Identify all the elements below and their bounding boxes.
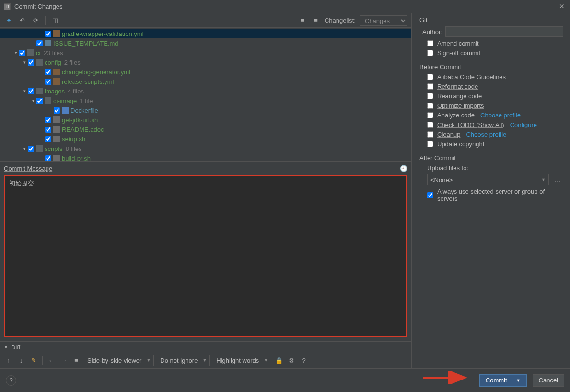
- always-use-checkbox[interactable]: [427, 192, 433, 198]
- before-commit-checkbox[interactable]: [427, 112, 433, 118]
- always-use-label: Always use selected server or group of s…: [437, 188, 563, 202]
- file-checkbox[interactable]: [36, 40, 43, 46]
- upload-more-button[interactable]: …: [552, 174, 563, 185]
- help-icon[interactable]: ?: [299, 356, 309, 365]
- before-commit-label: Optimize imports: [437, 102, 484, 109]
- file-name[interactable]: ISSUE_TEMPLATE.md: [53, 40, 118, 47]
- file-name[interactable]: images: [45, 88, 65, 95]
- lock-icon[interactable]: 🔒: [274, 356, 284, 365]
- file-name[interactable]: changelog-generator.yml: [62, 69, 130, 76]
- highlight-icon[interactable]: ✎: [29, 356, 38, 365]
- file-dock-icon: [62, 107, 69, 114]
- group-icon[interactable]: ◫: [50, 16, 60, 25]
- file-adoc-icon: [53, 126, 60, 133]
- file-checkbox[interactable]: [28, 88, 34, 94]
- file-checkbox[interactable]: [45, 155, 51, 161]
- file-tree[interactable]: gradle-wrapper-validation.ymlISSUE_TEMPL…: [0, 28, 411, 162]
- file-checkbox[interactable]: [45, 31, 51, 37]
- file-name[interactable]: Dockerfile: [70, 107, 98, 114]
- file-name[interactable]: release-scripts.yml: [62, 78, 114, 85]
- file-checkbox[interactable]: [45, 69, 51, 75]
- before-commit-checkbox[interactable]: [427, 103, 433, 109]
- before-commit-checkbox[interactable]: [427, 122, 433, 128]
- expand-icon[interactable]: ≡: [298, 16, 307, 25]
- cancel-button[interactable]: Cancel: [533, 374, 564, 387]
- tree-node[interactable]: ▾images4 files: [0, 86, 411, 96]
- tree-node[interactable]: gradle-wrapper-validation.yml: [0, 29, 411, 38]
- file-name[interactable]: ci: [36, 49, 40, 57]
- amend-checkbox[interactable]: [427, 40, 433, 46]
- tree-node[interactable]: ▾config2 files: [0, 58, 411, 67]
- file-checkbox[interactable]: [45, 136, 51, 142]
- before-commit-checkbox[interactable]: [427, 93, 433, 99]
- refresh-icon[interactable]: ⟳: [31, 16, 40, 25]
- forward-icon[interactable]: →: [59, 356, 69, 365]
- file-name[interactable]: README.adoc: [62, 126, 104, 133]
- check-link[interactable]: Choose profile: [480, 112, 521, 119]
- tree-node[interactable]: changelog-generator.yml: [0, 67, 411, 77]
- undo-icon[interactable]: ↶: [17, 16, 27, 25]
- file-count: 23 files: [43, 49, 63, 57]
- chevron-down-icon[interactable]: ▾: [21, 89, 28, 93]
- close-icon[interactable]: ×: [557, 1, 566, 12]
- help-button[interactable]: ?: [6, 375, 16, 386]
- chevron-down-icon[interactable]: ▾: [21, 60, 28, 65]
- author-input[interactable]: [445, 26, 563, 37]
- diff-icon[interactable]: ✦: [4, 16, 13, 25]
- tree-node[interactable]: README.adoc: [0, 125, 411, 134]
- list-icon[interactable]: ≡: [71, 356, 81, 365]
- before-commit-checkbox[interactable]: [427, 131, 433, 138]
- tree-node[interactable]: ISSUE_TEMPLATE.md: [0, 38, 411, 48]
- commit-button[interactable]: Commit▼: [479, 374, 527, 387]
- back-icon[interactable]: ←: [47, 356, 56, 365]
- before-commit-checkbox[interactable]: [427, 83, 433, 90]
- tree-node[interactable]: setup.sh: [0, 134, 411, 144]
- file-name[interactable]: gradle-wrapper-validation.yml: [62, 30, 144, 37]
- file-checkbox[interactable]: [19, 50, 25, 56]
- file-sh-icon: [53, 155, 60, 161]
- diff-toolbar: ↑ ↓ ✎ ← → ≡ Side-by-side viewer▼ Do not …: [0, 353, 411, 368]
- chevron-down-icon[interactable]: ▾: [21, 146, 28, 151]
- commit-message-input[interactable]: 初始提交: [6, 177, 405, 335]
- signoff-checkbox[interactable]: [427, 50, 433, 56]
- tree-node[interactable]: get-jdk-url.sh: [0, 115, 411, 125]
- file-checkbox[interactable]: [54, 107, 60, 114]
- tree-node[interactable]: ▾scripts8 files: [0, 144, 411, 153]
- collapse-icon[interactable]: ≡: [311, 16, 321, 25]
- file-checkbox[interactable]: [45, 117, 51, 123]
- file-name[interactable]: get-jdk-url.sh: [62, 116, 98, 124]
- before-commit-checkbox[interactable]: [427, 74, 433, 80]
- next-diff-icon[interactable]: ↓: [16, 356, 26, 365]
- tree-node[interactable]: ▾ci-image1 file: [0, 96, 411, 105]
- file-checkbox[interactable]: [28, 59, 34, 66]
- tree-node[interactable]: build-pr.sh: [0, 153, 411, 162]
- file-name[interactable]: config: [45, 59, 61, 66]
- file-checkbox[interactable]: [45, 79, 51, 85]
- tree-node[interactable]: Dockerfile: [0, 105, 411, 115]
- check-link[interactable]: Choose profile: [466, 131, 506, 138]
- tree-node[interactable]: ▾ci23 files: [0, 48, 411, 58]
- check-link[interactable]: Configure: [510, 121, 537, 128]
- prev-diff-icon[interactable]: ↑: [4, 356, 13, 365]
- ignore-select[interactable]: Do not ignore▼: [157, 355, 210, 366]
- file-name[interactable]: scripts: [45, 145, 63, 152]
- settings-icon[interactable]: ⚙: [287, 356, 296, 365]
- file-checkbox[interactable]: [45, 127, 51, 133]
- file-name[interactable]: ci-image: [53, 97, 77, 104]
- changelist-label: Changelist:: [325, 17, 356, 24]
- diff-header[interactable]: ▼ Diff: [0, 341, 411, 353]
- upload-select[interactable]: <None>▼: [427, 174, 549, 185]
- file-name[interactable]: build-pr.sh: [62, 155, 91, 162]
- file-checkbox[interactable]: [36, 98, 43, 104]
- file-name[interactable]: setup.sh: [62, 136, 85, 143]
- before-commit-checkbox[interactable]: [427, 141, 433, 147]
- chevron-down-icon[interactable]: ▾: [12, 50, 19, 55]
- tree-node[interactable]: release-scripts.yml: [0, 77, 411, 86]
- highlight-select[interactable]: Highlight words▼: [213, 355, 271, 366]
- before-commit-label: Reformat code: [437, 83, 478, 90]
- viewer-mode-select[interactable]: Side-by-side viewer▼: [84, 355, 154, 366]
- changelist-select[interactable]: Changes: [360, 15, 407, 26]
- chevron-down-icon[interactable]: ▾: [30, 98, 36, 103]
- file-checkbox[interactable]: [28, 146, 34, 152]
- history-icon[interactable]: 🕘: [400, 165, 407, 172]
